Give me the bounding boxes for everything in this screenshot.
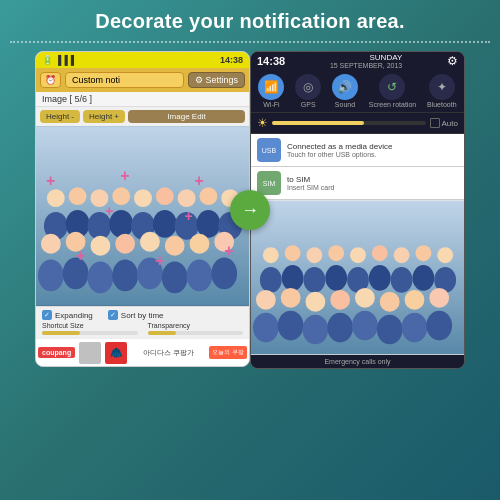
svg-text:+: +	[185, 208, 193, 224]
image-toolbar: Height - Height + Image Edit	[36, 107, 249, 126]
settings-gear-icon[interactable]: ⚙	[447, 54, 458, 68]
svg-point-65	[281, 288, 301, 308]
image-label: Image [ 5/6 ]	[36, 92, 249, 107]
battery-icon: 🔋	[42, 55, 53, 65]
svg-point-15	[196, 210, 220, 238]
bluetooth-toggle[interactable]: ✦ Bluetooth	[427, 74, 457, 108]
svg-point-47	[285, 245, 301, 261]
usb-notif-text: Connected as a media device Touch for ot…	[287, 142, 392, 158]
sim-subtitle: Insert SIM card	[287, 184, 334, 191]
left-status-bar: 🔋 ▐▐▐ 14:38	[36, 52, 249, 68]
svg-point-12	[156, 187, 174, 205]
svg-point-74	[402, 313, 428, 343]
sim-notification: SIM to SIM Insert SIM card	[251, 167, 464, 200]
svg-point-25	[112, 260, 138, 292]
svg-text:+: +	[120, 167, 129, 184]
auto-text: Auto	[442, 119, 458, 128]
auto-checkbox[interactable]	[430, 118, 440, 128]
svg-point-29	[162, 262, 188, 294]
svg-point-66	[303, 315, 329, 345]
svg-point-45	[263, 247, 279, 263]
image-edit-button[interactable]: Image Edit	[128, 110, 245, 123]
svg-point-48	[304, 267, 326, 293]
sort-by-time-checkbox[interactable]: ✓ Sort by time	[108, 310, 164, 320]
headline: Decorate your notification area.	[0, 0, 500, 41]
shortcut-size-slider[interactable]: Shortcut Size	[42, 322, 138, 335]
brightness-row: ☀ Auto	[251, 113, 464, 134]
svg-text:+: +	[155, 252, 164, 269]
svg-point-10	[134, 189, 152, 207]
expanding-label: Expanding	[55, 311, 93, 320]
svg-point-4	[69, 187, 87, 205]
sim-notif-text: to SIM Insert SIM card	[287, 175, 334, 191]
brightness-icon: ☀	[257, 116, 268, 130]
svg-point-46	[282, 265, 304, 291]
usb-icon: USB	[257, 138, 281, 162]
usb-notification: USB Connected as a media device Touch fo…	[251, 134, 464, 167]
svg-text:+: +	[46, 172, 55, 189]
usb-subtitle: Touch for other USB options.	[287, 151, 392, 158]
sound-toggle[interactable]: 🔊 Sound	[332, 74, 358, 108]
ad-text: 아디다스 쿠팡가	[129, 348, 207, 358]
screen-rotation-toggle[interactable]: ↺ Screen rotation	[369, 74, 416, 108]
svg-point-54	[369, 265, 391, 291]
custom-noti-button[interactable]: Custom noti	[65, 72, 184, 88]
svg-point-76	[426, 311, 452, 341]
svg-point-20	[41, 234, 61, 254]
expanding-checkbox[interactable]: ✓ Expanding	[42, 310, 93, 320]
svg-point-33	[211, 258, 237, 290]
ad-image-2: 🧥	[105, 342, 127, 364]
checkbox-icon-2: ✓	[108, 310, 118, 320]
left-toolbar: ⏰ Custom noti ⚙ Settings	[36, 68, 249, 92]
svg-text:+: +	[195, 172, 204, 189]
green-arrow: →	[230, 190, 270, 230]
auto-label: Auto	[430, 118, 458, 128]
svg-point-14	[178, 189, 196, 207]
svg-point-2	[47, 189, 65, 207]
transparency-slider[interactable]: Transparency	[148, 322, 244, 335]
height-minus-button[interactable]: Height -	[40, 110, 80, 123]
right-status-bar: 14:38 SUNDAY 15 SEPTEMBER, 2013 ⚙	[251, 52, 464, 70]
svg-point-68	[327, 313, 353, 343]
svg-point-50	[325, 265, 347, 291]
ad-image-1	[79, 342, 101, 364]
gps-label: GPS	[301, 101, 316, 108]
left-bottom-options: ✓ Expanding ✓ Sort by time Shortcut Size	[36, 306, 249, 338]
slider-track-2	[148, 331, 244, 335]
svg-point-28	[140, 232, 160, 252]
settings-button[interactable]: ⚙ Settings	[188, 72, 245, 88]
coupang-logo: coupang	[38, 347, 75, 358]
sound-label: Sound	[335, 101, 355, 108]
svg-point-73	[380, 292, 400, 312]
svg-point-75	[405, 290, 425, 310]
brightness-fill	[272, 121, 364, 125]
gps-icon: ◎	[295, 74, 321, 100]
svg-point-61	[437, 247, 453, 263]
svg-point-77	[429, 288, 449, 308]
alarm-button[interactable]: ⏰	[40, 72, 61, 88]
slider-fill-1	[42, 331, 80, 335]
svg-point-51	[328, 245, 344, 261]
height-plus-button[interactable]: Height +	[83, 110, 125, 123]
svg-point-31	[187, 260, 213, 292]
brightness-bar[interactable]	[272, 121, 426, 125]
phone-left: 🔋 ▐▐▐ 14:38 ⏰ Custom noti ⚙ Settings Ima…	[35, 51, 250, 367]
svg-point-56	[391, 267, 413, 293]
wifi-toggle[interactable]: 📶 Wi-Fi	[258, 74, 284, 108]
svg-point-24	[90, 236, 110, 256]
left-group-photo: + + + + + + + +	[36, 126, 249, 306]
svg-point-59	[415, 245, 431, 261]
svg-point-26	[115, 234, 135, 254]
svg-point-11	[153, 210, 177, 238]
svg-point-19	[38, 260, 64, 292]
people-illustration-left: + + + + + + + +	[36, 126, 249, 306]
shortcut-label: Shortcut Size	[42, 322, 138, 329]
gps-toggle[interactable]: ◎ GPS	[295, 74, 321, 108]
svg-text:+: +	[76, 247, 85, 264]
svg-point-30	[165, 236, 185, 256]
bluetooth-icon: ✦	[429, 74, 455, 100]
svg-point-64	[278, 311, 304, 341]
transparency-label: Transparency	[148, 322, 244, 329]
right-date: 15 SEPTEMBER, 2013	[330, 62, 402, 69]
signal-icon: ▐▐▐	[55, 55, 74, 65]
